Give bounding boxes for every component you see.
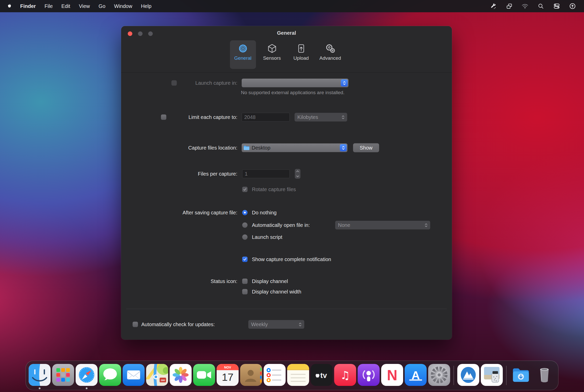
dock-item-trash[interactable] — [533, 361, 556, 390]
tv-label: tv — [320, 371, 327, 379]
capture-location-label: Capture files location: — [188, 145, 237, 151]
news-letter: N — [387, 367, 398, 383]
menu-app-name[interactable]: Finder — [16, 0, 40, 12]
display-channel-width-checkbox[interactable] — [242, 289, 248, 295]
reminders-icon — [264, 364, 286, 386]
dock-item-music[interactable]: ♫ — [333, 361, 357, 390]
control-center-icon[interactable] — [551, 0, 563, 12]
system-preferences-icon — [428, 364, 450, 386]
files-per-capture-label: Files per capture: — [198, 171, 237, 177]
files-per-capture-field[interactable] — [242, 169, 290, 178]
limit-capture-checkbox[interactable] — [161, 115, 166, 120]
tools-icon[interactable] — [487, 0, 499, 12]
dock-item-podcasts[interactable] — [357, 361, 380, 390]
upload-document-icon — [296, 43, 306, 54]
dock-divider — [453, 366, 454, 385]
news-icon: N — [381, 364, 403, 386]
contacts-icon — [240, 364, 262, 386]
capture-location-popup[interactable]: Desktop — [242, 143, 347, 152]
stepper-down-icon — [295, 174, 300, 179]
dock-item-mail[interactable] — [122, 361, 145, 390]
notification-checkbox[interactable] — [242, 257, 248, 262]
launch-capture-checkbox[interactable] — [171, 80, 177, 86]
after-saving-label: After saving capture file: — [182, 210, 237, 216]
dock-item-photos[interactable] — [169, 361, 192, 390]
toolbar-divider — [121, 72, 452, 73]
limit-unit-popup[interactable]: Kilobytes — [295, 113, 347, 121]
display-channel-checkbox[interactable] — [242, 279, 248, 284]
apple-menu-icon[interactable] — [7, 3, 12, 9]
popup-value: None — [335, 222, 350, 228]
dock-item-mountain-app[interactable] — [457, 361, 480, 390]
do-nothing-radio[interactable] — [242, 210, 248, 215]
folder-icon — [243, 145, 250, 150]
popup-value: Kilobytes — [295, 114, 318, 120]
show-button[interactable]: Show — [353, 143, 379, 152]
dock-item-launchpad[interactable] — [51, 361, 75, 390]
auto-open-popup[interactable]: None — [335, 221, 430, 229]
windows-stack-icon[interactable] — [503, 0, 515, 12]
dock-item-downloads[interactable] — [509, 361, 533, 390]
stepper-up-icon — [295, 169, 300, 174]
dock-item-safari[interactable] — [75, 361, 98, 390]
notification-label: Show capture complete notification — [252, 256, 331, 262]
menu-item-view[interactable]: View — [75, 0, 94, 12]
app-store-icon: A — [405, 364, 427, 386]
tab-advanced[interactable]: Advanced — [317, 40, 343, 69]
dock-item-finder[interactable] — [28, 361, 51, 390]
auto-update-label: Automatically check for updates: — [141, 322, 215, 327]
tab-label: Upload — [293, 55, 309, 61]
dock-item-photo-utility-app[interactable] — [480, 361, 504, 390]
calendar-day-label: 17 — [222, 371, 233, 383]
circle-arrow-icon[interactable] — [567, 0, 578, 12]
popup-chevrons-icon — [341, 79, 348, 87]
menu-bar: Finder File Edit View Go Window Help — [0, 0, 584, 12]
maps-icon: 280 — [146, 364, 168, 386]
dock: 280 NOV17 tv ♫ N A — [26, 361, 558, 390]
notes-icon — [287, 364, 309, 386]
menu-item-window[interactable]: Window — [110, 0, 137, 12]
safari-icon — [76, 364, 98, 386]
rotate-capture-checkbox[interactable] — [242, 187, 248, 192]
wifi-icon[interactable] — [519, 0, 531, 12]
dock-item-notes[interactable] — [286, 361, 310, 390]
launch-script-label: Launch script — [252, 234, 282, 240]
display-channel-label: Display channel — [252, 278, 288, 284]
trash-icon — [533, 364, 555, 386]
popup-value: Desktop — [252, 145, 270, 151]
dock-item-contacts[interactable] — [239, 361, 263, 390]
popup-value: Weekly — [248, 322, 268, 327]
auto-open-label: Automatically open file in: — [252, 222, 310, 228]
tab-label: General — [234, 55, 252, 61]
files-per-capture-stepper[interactable] — [295, 169, 300, 179]
auto-update-checkbox[interactable] — [133, 322, 138, 327]
dock-item-messages[interactable] — [98, 361, 122, 390]
dock-item-app-store[interactable]: A — [404, 361, 427, 390]
search-icon[interactable] — [535, 0, 547, 12]
dock-item-system-preferences[interactable] — [427, 361, 451, 390]
tab-general[interactable]: General — [230, 40, 256, 69]
menu-item-edit[interactable]: Edit — [57, 0, 74, 12]
launch-capture-popup[interactable] — [242, 79, 348, 87]
dock-item-reminders[interactable] — [263, 361, 286, 390]
limit-size-field[interactable] — [242, 113, 290, 121]
dock-divider — [506, 366, 507, 385]
auto-open-radio[interactable] — [242, 223, 248, 228]
tab-label: Advanced — [319, 55, 341, 61]
dock-item-facetime[interactable] — [192, 361, 216, 390]
tab-sensors[interactable]: Sensors — [259, 40, 285, 69]
launch-script-radio[interactable] — [242, 235, 248, 240]
popup-chevrons-icon — [425, 223, 428, 228]
menu-item-go[interactable]: Go — [94, 0, 110, 12]
gear-icon — [238, 43, 248, 54]
menu-item-file[interactable]: File — [40, 0, 57, 12]
dock-item-apple-tv[interactable]: tv — [310, 361, 333, 390]
dock-item-maps[interactable]: 280 — [145, 361, 169, 390]
tab-upload[interactable]: Upload — [288, 40, 314, 69]
menu-item-help[interactable]: Help — [137, 0, 156, 12]
auto-update-popup[interactable]: Weekly — [248, 320, 304, 329]
desktop: Finder File Edit View Go Window Help — [0, 0, 584, 392]
messages-icon — [99, 364, 121, 386]
dock-item-calendar[interactable]: NOV17 — [216, 361, 239, 390]
dock-item-news[interactable]: N — [380, 361, 404, 390]
